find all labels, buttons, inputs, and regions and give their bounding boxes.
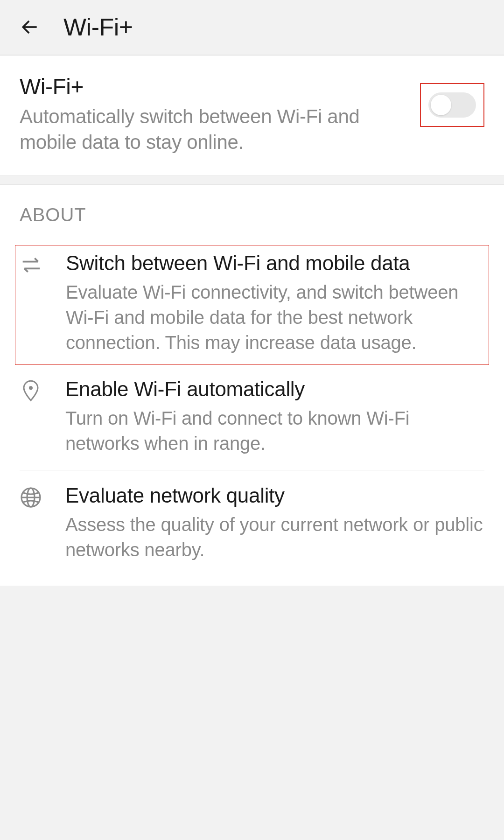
header: Wi-Fi+ bbox=[0, 0, 504, 54]
about-item-text: Enable Wi-Fi automatically Turn on Wi-Fi… bbox=[65, 376, 484, 456]
location-pin-icon bbox=[20, 380, 42, 402]
about-item-description: Assess the quality of your current netwo… bbox=[65, 512, 484, 562]
wifi-plus-toggle-row: Wi-Fi+ Automatically switch between Wi-F… bbox=[0, 56, 504, 175]
about-item-title: Enable Wi-Fi automatically bbox=[65, 376, 484, 402]
about-section: ABOUT Switch between Wi-Fi and mobile da… bbox=[0, 185, 504, 586]
about-item-switch: Switch between Wi-Fi and mobile data Eva… bbox=[15, 245, 489, 365]
about-item-description: Turn on Wi-Fi and connect to known Wi-Fi… bbox=[65, 406, 484, 456]
wifi-plus-description: Automatically switch between Wi-Fi and m… bbox=[20, 104, 401, 155]
about-item-text: Evaluate network quality Assess the qual… bbox=[65, 483, 484, 562]
wifi-plus-toggle[interactable] bbox=[428, 92, 476, 118]
arrow-left-icon bbox=[20, 17, 40, 37]
about-item-description: Evaluate Wi-Fi connectivity, and switch … bbox=[66, 280, 484, 355]
about-heading: ABOUT bbox=[20, 204, 484, 225]
wifi-plus-toggle-highlight bbox=[420, 83, 484, 127]
about-item-network-quality: Evaluate network quality Assess the qual… bbox=[20, 483, 484, 576]
page-title: Wi-Fi+ bbox=[63, 13, 133, 41]
about-item-text: Switch between Wi-Fi and mobile data Eva… bbox=[66, 250, 484, 355]
svg-point-3 bbox=[30, 387, 32, 389]
globe-icon bbox=[20, 486, 42, 509]
section-gap bbox=[0, 175, 504, 185]
switch-arrows-icon bbox=[20, 254, 42, 276]
about-item-title: Switch between Wi-Fi and mobile data bbox=[66, 250, 484, 276]
wifi-plus-text: Wi-Fi+ Automatically switch between Wi-F… bbox=[20, 74, 401, 155]
about-item-title: Evaluate network quality bbox=[65, 483, 484, 508]
wifi-plus-title: Wi-Fi+ bbox=[20, 74, 401, 99]
back-button[interactable] bbox=[19, 16, 41, 38]
toggle-knob bbox=[431, 95, 451, 115]
about-item-auto-wifi: Enable Wi-Fi automatically Turn on Wi-Fi… bbox=[20, 376, 484, 470]
